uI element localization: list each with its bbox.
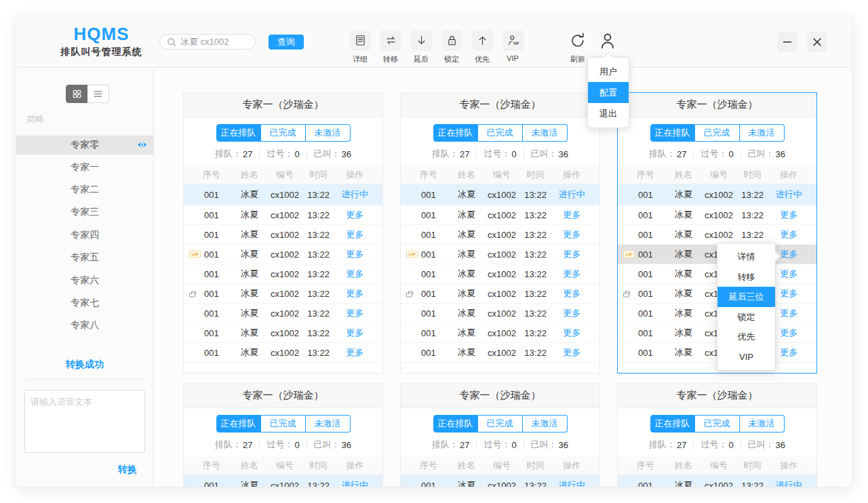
list-view-button[interactable] (87, 85, 109, 103)
row-action-link[interactable]: 进行中 (769, 479, 808, 487)
row-action-link[interactable]: 更多 (769, 209, 808, 221)
context-menu-item-0[interactable]: 详情 (717, 247, 775, 267)
table-row[interactable]: 001 冰夏 cx1002 13:22 更多 (184, 264, 382, 284)
search-box[interactable] (159, 34, 256, 49)
user-menu-button[interactable] (597, 31, 619, 51)
row-action-link[interactable]: 进行中 (552, 479, 591, 487)
row-action-link[interactable]: 更多 (769, 228, 808, 241)
row-action-link[interactable]: 更多 (335, 228, 374, 241)
convert-status-link[interactable]: 转换成功 (16, 359, 153, 371)
tab-0[interactable]: 正在排队 (433, 124, 478, 142)
table-row[interactable]: 001 冰夏 cx1002 13:22 进行中 (401, 184, 599, 205)
sidebar-item-expert-0[interactable]: 专家一 (16, 156, 153, 178)
row-action-link[interactable]: 更多 (335, 268, 374, 280)
table-row[interactable]: 001 冰夏 cx1002 13:22 更多 (401, 264, 599, 284)
toolbar-transfer-button[interactable]: 转移 (379, 30, 402, 64)
context-menu-item-5[interactable]: VIP (717, 347, 775, 367)
table-row[interactable]: 001 冰夏 cx1002 13:22 进行中 (184, 475, 382, 487)
tab-0[interactable]: 正在排队 (650, 415, 695, 432)
table-row[interactable]: 001 冰夏 cx1002 13:22 更多 (184, 323, 382, 343)
table-row[interactable]: 001 冰夏 cx1002 13:22 更多 (184, 245, 382, 264)
row-action-link[interactable]: 进行中 (769, 188, 808, 201)
toolbar-detail-button[interactable]: 详细 (349, 30, 372, 64)
tab-2[interactable]: 未激活 (740, 124, 785, 142)
row-action-link[interactable]: 更多 (335, 287, 374, 300)
tab-0[interactable]: 正在排队 (216, 124, 261, 142)
tab-1[interactable]: 已完成 (695, 124, 740, 142)
tab-0[interactable]: 正在排队 (216, 415, 261, 432)
grid-view-button[interactable] (66, 85, 87, 103)
user-menu-item-0[interactable]: 用户 (588, 61, 629, 82)
tab-2[interactable]: 未激活 (306, 124, 351, 142)
sidebar-item-expert-6[interactable]: 专家七 (16, 291, 153, 314)
row-action-link[interactable]: 更多 (335, 209, 374, 221)
convert-button[interactable]: 转换 (118, 464, 137, 476)
table-row[interactable]: 001 冰夏 cx1002 13:22 更多 (401, 225, 599, 245)
row-action-link[interactable]: 进行中 (335, 479, 374, 487)
sidebar-item-expert-4[interactable]: 专家五 (16, 247, 153, 269)
refresh-button[interactable]: 刷新 (566, 30, 590, 64)
table-row[interactable]: 001 冰夏 cx1002 13:22 更多 (184, 304, 382, 323)
eye-icon[interactable] (137, 141, 147, 148)
table-row[interactable]: 001 冰夏 cx1002 13:22 更多 (401, 245, 599, 264)
row-action-link[interactable]: 更多 (552, 248, 591, 260)
row-action-link[interactable]: 更多 (335, 248, 374, 260)
query-button[interactable]: 查询 (269, 35, 304, 49)
sidebar-item-expert-2[interactable]: 专家三 (16, 201, 153, 224)
context-menu-item-1[interactable]: 转移 (717, 267, 775, 287)
row-action-link[interactable]: 更多 (335, 346, 374, 359)
tab-1[interactable]: 已完成 (261, 124, 306, 142)
minimize-button[interactable] (777, 32, 797, 52)
row-action-link[interactable]: 更多 (552, 268, 591, 280)
table-row[interactable]: 001 冰夏 cx1002 13:22 更多 (401, 304, 599, 323)
table-row[interactable]: 001 冰夏 cx1002 13:22 更多 (618, 225, 816, 245)
row-action-link[interactable]: 更多 (335, 307, 374, 319)
tab-1[interactable]: 已完成 (261, 415, 306, 432)
sidebar-item-expert-1[interactable]: 专家二 (16, 178, 153, 201)
tab-2[interactable]: 未激活 (306, 415, 351, 432)
table-row[interactable]: 001 冰夏 cx1002 13:22 更多 (184, 225, 382, 245)
row-action-link[interactable]: 更多 (552, 327, 591, 339)
tab-2[interactable]: 未激活 (523, 415, 568, 432)
table-row[interactable]: 001 冰夏 cx1002 13:22 进行中 (618, 475, 816, 487)
tab-2[interactable]: 未激活 (740, 415, 785, 432)
table-row[interactable]: 001 冰夏 cx1002 13:22 更多 (401, 343, 599, 363)
row-action-link[interactable]: 更多 (552, 287, 591, 300)
toolbar-priority-button[interactable]: 优先 (471, 30, 494, 64)
toolbar-lock-button[interactable]: 锁定 (440, 30, 463, 64)
table-row[interactable]: 001 冰夏 cx1002 13:22 更多 (184, 284, 382, 304)
sidebar-item-expert-zero[interactable]: 专家零 (16, 136, 153, 155)
sidebar-item-expert-3[interactable]: 专家四 (16, 224, 153, 246)
table-row[interactable]: 001 冰夏 cx1002 13:22 进行中 (401, 475, 599, 487)
sidebar-item-expert-5[interactable]: 专家六 (16, 269, 153, 291)
toolbar-vip-button[interactable]: VIP VIP (501, 30, 524, 64)
table-row[interactable]: 001 冰夏 cx1002 13:22 更多 (184, 205, 382, 225)
voice-text-input[interactable] (31, 396, 139, 447)
table-row[interactable]: 001 冰夏 cx1002 13:22 更多 (184, 343, 382, 363)
tab-1[interactable]: 已完成 (478, 124, 523, 142)
user-menu-item-1[interactable]: 配置 (588, 82, 629, 103)
row-action-link[interactable]: 更多 (552, 209, 591, 221)
tab-0[interactable]: 正在排队 (433, 415, 478, 432)
table-row[interactable]: 001 冰夏 cx1002 13:22 进行中 (184, 184, 382, 205)
row-action-link[interactable]: 更多 (552, 307, 591, 319)
tab-2[interactable]: 未激活 (523, 124, 568, 142)
table-row[interactable]: 001 冰夏 cx1002 13:22 进行中 (618, 184, 816, 205)
row-action-link[interactable]: 更多 (552, 346, 591, 359)
user-menu-item-2[interactable]: 退出 (588, 103, 629, 124)
context-menu-item-4[interactable]: 优先 (717, 327, 775, 347)
table-row[interactable]: 001 冰夏 cx1002 13:22 更多 (401, 323, 599, 343)
close-button[interactable] (807, 32, 827, 52)
tab-1[interactable]: 已完成 (695, 415, 740, 432)
sidebar-item-expert-7[interactable]: 专家八 (16, 315, 153, 337)
row-action-link[interactable]: 进行中 (335, 188, 374, 201)
table-row[interactable]: 001 冰夏 cx1002 13:22 更多 (401, 284, 599, 304)
row-action-link[interactable]: 更多 (552, 228, 591, 241)
row-action-link[interactable]: 进行中 (552, 188, 591, 201)
toolbar-postpone-button[interactable]: 延后 (410, 30, 433, 64)
context-menu-item-3[interactable]: 锁定 (717, 307, 775, 327)
search-input[interactable] (180, 37, 248, 47)
row-action-link[interactable]: 更多 (335, 327, 374, 339)
table-row[interactable]: 001 冰夏 cx1002 13:22 更多 (401, 205, 599, 225)
context-menu-item-2[interactable]: 延后三位 (717, 287, 775, 307)
